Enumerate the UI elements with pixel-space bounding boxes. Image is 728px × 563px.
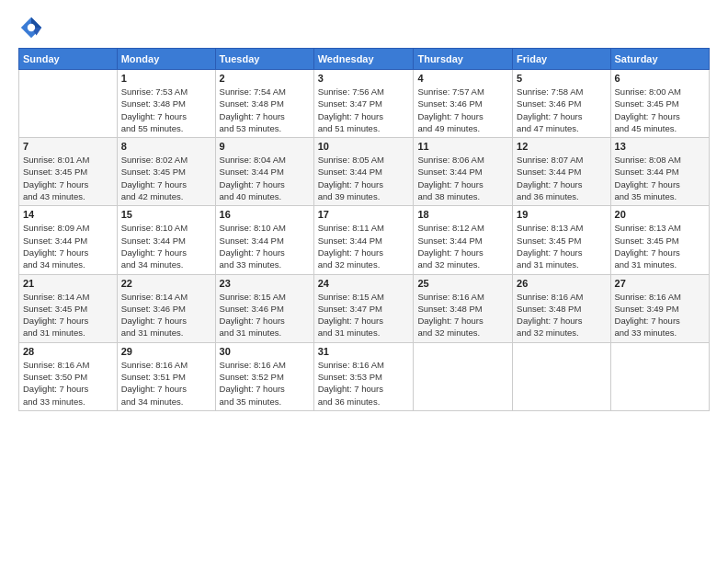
- day-info: Sunrise: 7:53 AMSunset: 3:48 PMDaylight:…: [121, 86, 211, 134]
- calendar-cell: [414, 342, 513, 410]
- page-header: [18, 15, 710, 40]
- calendar-cell: 27Sunrise: 8:16 AMSunset: 3:49 PMDayligh…: [610, 274, 709, 342]
- calendar-cell: 5Sunrise: 7:58 AMSunset: 3:46 PMDaylight…: [513, 70, 610, 138]
- day-info: Sunrise: 7:54 AMSunset: 3:48 PMDaylight:…: [220, 86, 310, 134]
- day-number: 7: [23, 141, 113, 152]
- day-number: 14: [23, 209, 113, 220]
- day-info: Sunrise: 8:15 AMSunset: 3:47 PMDaylight:…: [318, 291, 410, 339]
- day-info: Sunrise: 8:15 AMSunset: 3:46 PMDaylight:…: [220, 291, 310, 339]
- calendar-cell: 30Sunrise: 8:16 AMSunset: 3:52 PMDayligh…: [215, 342, 313, 410]
- calendar-header-sunday: Sunday: [19, 49, 118, 70]
- day-number: 6: [615, 73, 705, 84]
- calendar-table: SundayMondayTuesdayWednesdayThursdayFrid…: [18, 48, 710, 411]
- calendar-cell: 13Sunrise: 8:08 AMSunset: 3:44 PMDayligh…: [610, 138, 709, 206]
- calendar-header-wednesday: Wednesday: [313, 49, 414, 70]
- day-number: 23: [220, 278, 310, 289]
- calendar-cell: 4Sunrise: 7:57 AMSunset: 3:46 PMDaylight…: [414, 70, 513, 138]
- day-info: Sunrise: 8:04 AMSunset: 3:44 PMDaylight:…: [220, 154, 310, 202]
- day-info: Sunrise: 8:13 AMSunset: 3:45 PMDaylight:…: [615, 222, 705, 270]
- day-info: Sunrise: 8:16 AMSunset: 3:52 PMDaylight:…: [220, 359, 310, 408]
- calendar-cell: 16Sunrise: 8:10 AMSunset: 3:44 PMDayligh…: [215, 206, 313, 274]
- day-info: Sunrise: 7:57 AMSunset: 3:46 PMDaylight:…: [417, 86, 508, 134]
- calendar-cell: [513, 342, 610, 410]
- day-number: 9: [220, 141, 310, 152]
- calendar-cell: 25Sunrise: 8:16 AMSunset: 3:48 PMDayligh…: [414, 274, 513, 342]
- day-number: 31: [318, 346, 410, 357]
- day-info: Sunrise: 8:13 AMSunset: 3:45 PMDaylight:…: [517, 222, 606, 270]
- calendar-cell: 15Sunrise: 8:10 AMSunset: 3:44 PMDayligh…: [117, 206, 215, 274]
- day-number: 8: [121, 141, 211, 152]
- calendar-cell: 14Sunrise: 8:09 AMSunset: 3:44 PMDayligh…: [19, 206, 118, 274]
- calendar-week-3: 14Sunrise: 8:09 AMSunset: 3:44 PMDayligh…: [19, 206, 710, 274]
- calendar-cell: 29Sunrise: 8:16 AMSunset: 3:51 PMDayligh…: [117, 342, 215, 410]
- calendar-cell: 19Sunrise: 8:13 AMSunset: 3:45 PMDayligh…: [513, 206, 610, 274]
- calendar-cell: 18Sunrise: 8:12 AMSunset: 3:44 PMDayligh…: [414, 206, 513, 274]
- day-number: 19: [517, 209, 606, 220]
- calendar-cell: 8Sunrise: 8:02 AMSunset: 3:45 PMDaylight…: [117, 138, 215, 206]
- svg-point-3: [28, 24, 35, 31]
- day-number: 18: [417, 209, 508, 220]
- calendar-header-tuesday: Tuesday: [215, 49, 313, 70]
- day-info: Sunrise: 8:11 AMSunset: 3:44 PMDaylight:…: [318, 222, 410, 270]
- day-number: 1: [121, 73, 211, 84]
- day-info: Sunrise: 8:09 AMSunset: 3:44 PMDaylight:…: [23, 222, 113, 270]
- day-number: 11: [417, 141, 508, 152]
- day-number: 15: [121, 209, 211, 220]
- day-number: 10: [318, 141, 410, 152]
- day-number: 4: [417, 73, 508, 84]
- calendar-header-thursday: Thursday: [414, 49, 513, 70]
- calendar-header-friday: Friday: [513, 49, 610, 70]
- calendar-cell: 6Sunrise: 8:00 AMSunset: 3:45 PMDaylight…: [610, 70, 709, 138]
- calendar-cell: 24Sunrise: 8:15 AMSunset: 3:47 PMDayligh…: [313, 274, 414, 342]
- calendar-cell: 1Sunrise: 7:53 AMSunset: 3:48 PMDaylight…: [117, 70, 215, 138]
- logo-icon: [18, 15, 44, 40]
- day-number: 24: [318, 278, 410, 289]
- day-number: 2: [220, 73, 310, 84]
- calendar-week-5: 28Sunrise: 8:16 AMSunset: 3:50 PMDayligh…: [19, 342, 710, 410]
- calendar-cell: 31Sunrise: 8:16 AMSunset: 3:53 PMDayligh…: [313, 342, 414, 410]
- calendar-cell: 11Sunrise: 8:06 AMSunset: 3:44 PMDayligh…: [414, 138, 513, 206]
- day-number: 25: [417, 278, 508, 289]
- day-number: 21: [23, 278, 113, 289]
- calendar-week-1: 1Sunrise: 7:53 AMSunset: 3:48 PMDaylight…: [19, 70, 710, 138]
- calendar-week-4: 21Sunrise: 8:14 AMSunset: 3:45 PMDayligh…: [19, 274, 710, 342]
- day-info: Sunrise: 8:10 AMSunset: 3:44 PMDaylight:…: [220, 222, 310, 270]
- day-number: 17: [318, 209, 410, 220]
- day-info: Sunrise: 7:58 AMSunset: 3:46 PMDaylight:…: [517, 86, 606, 134]
- calendar-cell: 7Sunrise: 8:01 AMSunset: 3:45 PMDaylight…: [19, 138, 118, 206]
- day-number: 3: [318, 73, 410, 84]
- day-info: Sunrise: 8:16 AMSunset: 3:51 PMDaylight:…: [121, 359, 211, 408]
- calendar-cell: 22Sunrise: 8:14 AMSunset: 3:46 PMDayligh…: [117, 274, 215, 342]
- calendar-cell: 12Sunrise: 8:07 AMSunset: 3:44 PMDayligh…: [513, 138, 610, 206]
- calendar-cell: 20Sunrise: 8:13 AMSunset: 3:45 PMDayligh…: [610, 206, 709, 274]
- day-info: Sunrise: 8:08 AMSunset: 3:44 PMDaylight:…: [615, 154, 705, 202]
- calendar-week-2: 7Sunrise: 8:01 AMSunset: 3:45 PMDaylight…: [19, 138, 710, 206]
- day-number: 29: [121, 346, 211, 357]
- day-info: Sunrise: 8:16 AMSunset: 3:50 PMDaylight:…: [23, 359, 113, 408]
- day-info: Sunrise: 8:16 AMSunset: 3:49 PMDaylight:…: [615, 291, 705, 339]
- calendar-cell: 21Sunrise: 8:14 AMSunset: 3:45 PMDayligh…: [19, 274, 118, 342]
- day-info: Sunrise: 8:16 AMSunset: 3:48 PMDaylight:…: [417, 291, 508, 339]
- day-info: Sunrise: 8:12 AMSunset: 3:44 PMDaylight:…: [417, 222, 508, 270]
- day-number: 12: [517, 141, 606, 152]
- calendar-cell: 28Sunrise: 8:16 AMSunset: 3:50 PMDayligh…: [19, 342, 118, 410]
- day-info: Sunrise: 8:14 AMSunset: 3:46 PMDaylight:…: [121, 291, 211, 339]
- day-info: Sunrise: 8:06 AMSunset: 3:44 PMDaylight:…: [417, 154, 508, 202]
- day-info: Sunrise: 8:16 AMSunset: 3:53 PMDaylight:…: [318, 359, 410, 408]
- calendar-cell: 17Sunrise: 8:11 AMSunset: 3:44 PMDayligh…: [313, 206, 414, 274]
- day-info: Sunrise: 8:14 AMSunset: 3:45 PMDaylight:…: [23, 291, 113, 339]
- day-number: 22: [121, 278, 211, 289]
- day-number: 20: [615, 209, 705, 220]
- day-number: 30: [220, 346, 310, 357]
- day-info: Sunrise: 8:00 AMSunset: 3:45 PMDaylight:…: [615, 86, 705, 134]
- calendar-header-monday: Monday: [117, 49, 215, 70]
- day-info: Sunrise: 8:05 AMSunset: 3:44 PMDaylight:…: [318, 154, 410, 202]
- day-number: 13: [615, 141, 705, 152]
- day-number: 28: [23, 346, 113, 357]
- calendar-header-saturday: Saturday: [610, 49, 709, 70]
- day-info: Sunrise: 7:56 AMSunset: 3:47 PMDaylight:…: [318, 86, 410, 134]
- calendar-cell: 10Sunrise: 8:05 AMSunset: 3:44 PMDayligh…: [313, 138, 414, 206]
- calendar-cell: 9Sunrise: 8:04 AMSunset: 3:44 PMDaylight…: [215, 138, 313, 206]
- calendar-cell: [610, 342, 709, 410]
- day-info: Sunrise: 8:02 AMSunset: 3:45 PMDaylight:…: [121, 154, 211, 202]
